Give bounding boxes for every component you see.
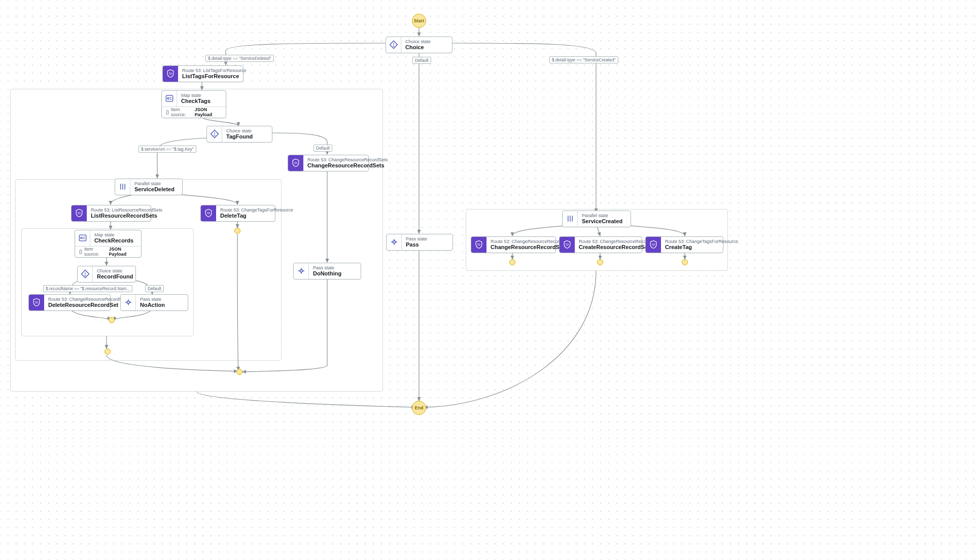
recordfound-cat: Choice state — [97, 268, 133, 273]
route53-icon: 53 — [72, 205, 87, 221]
listtags-name: ListTagsForResource — [182, 73, 247, 80]
listtags-cat: Route 53: ListTagsForResource — [182, 68, 247, 73]
label-servicecreated: $.detail-type == "ServiceCreated" — [549, 56, 618, 63]
deletetag-node[interactable]: 53 Route 53: ChangeTagsForResourceDelete… — [200, 205, 275, 222]
svg-text:53: 53 — [35, 301, 38, 304]
createtag-node[interactable]: 53 Route 53: ChangeTagsForResourceCreate… — [645, 236, 723, 253]
route53-icon: 53 — [288, 155, 303, 171]
checkrecords-cat: Map state — [94, 232, 133, 237]
terminal-checkrecords — [109, 317, 115, 323]
changerrs-node[interactable]: 53 Route 53: ChangeResourceRecordSetsCha… — [288, 155, 369, 171]
deletetag-name: DeleteTag — [220, 213, 293, 219]
checktags-node[interactable]: Map stateCheckTags {}Item source: JSON P… — [161, 90, 226, 118]
servicedeleted-node[interactable]: Parallel stateServiceDeleted — [115, 179, 183, 195]
tagfound-name: TagFound — [226, 133, 253, 140]
tagfound-node[interactable]: Choice stateTagFound — [206, 126, 272, 143]
createrrs-node[interactable]: 53 Route 53: ChangeResourceRecordSetsCre… — [559, 236, 642, 253]
label-default-tagfound: Default — [313, 145, 332, 152]
deleterrs-cat: Route 53: ChangeResourceRecordSets — [48, 297, 129, 302]
choice-icon — [207, 126, 222, 142]
servicedeleted-cat: Parallel state — [134, 181, 175, 186]
createtag-cat: Route 53: ChangeTagsForResource — [665, 239, 738, 244]
route53-icon: 53 — [163, 66, 178, 82]
terminal-changerrsa — [509, 259, 515, 265]
svg-text:53: 53 — [566, 243, 569, 246]
pass-cat: Pass state — [406, 236, 427, 241]
svg-text:53: 53 — [294, 161, 297, 164]
recordfound-name: RecordFound — [97, 273, 133, 280]
choice-icon — [78, 266, 93, 282]
pass-icon — [387, 234, 402, 250]
label-default-choice: Default — [412, 57, 431, 64]
parallel-icon — [115, 179, 130, 195]
donothing-node[interactable]: Pass stateDoNothing — [293, 263, 361, 279]
terminal-createtag — [682, 259, 688, 265]
donothing-name: DoNothing — [313, 270, 341, 277]
svg-text:53: 53 — [78, 212, 81, 215]
svg-point-7 — [80, 237, 82, 239]
recordfound-node[interactable]: Choice stateRecordFound — [77, 266, 136, 283]
route53-icon: 53 — [646, 237, 661, 253]
map-icon — [75, 230, 90, 246]
terminal-createrrs — [597, 259, 603, 265]
checktags-cat: Map state — [181, 93, 211, 98]
braces-icon: {} — [79, 249, 82, 254]
choice-cat: Choice state — [405, 39, 431, 44]
svg-text:53: 53 — [652, 243, 655, 246]
svg-point-11 — [393, 241, 395, 243]
svg-point-2 — [167, 98, 168, 99]
noaction-node[interactable]: Pass stateNoAction — [120, 294, 188, 311]
pass-icon — [294, 263, 309, 279]
pass-icon — [121, 295, 136, 310]
jsonpayload-label: JSON Payload — [109, 247, 137, 257]
svg-point-10 — [300, 270, 302, 272]
svg-point-9 — [127, 301, 129, 304]
donothing-cat: Pass state — [313, 265, 341, 270]
map-icon — [162, 91, 177, 107]
svg-text:53: 53 — [477, 243, 480, 246]
listtags-node[interactable]: 53 Route 53: ListTagsForResourceListTags… — [162, 65, 243, 82]
choice-name: Choice — [405, 44, 431, 51]
noaction-name: NoAction — [140, 302, 165, 308]
pass-name: Pass — [406, 241, 427, 248]
listrrs-node[interactable]: 53 Route 53: ListResourceRecordSetsListR… — [71, 205, 151, 222]
start-node[interactable]: Start — [412, 14, 426, 28]
checkrecords-name: CheckRecords — [94, 237, 133, 244]
jsonpayload-label: JSON Payload — [195, 107, 222, 117]
label-servicearn: $.serviceArn == "$.tag.Key" — [138, 146, 196, 153]
createtag-name: CreateTag — [665, 244, 738, 251]
terminal-deletetag — [234, 228, 240, 234]
end-label: End — [415, 405, 424, 410]
servicecreated-node[interactable]: Parallel stateServiceCreated — [562, 211, 631, 227]
braces-icon: {} — [166, 110, 169, 115]
route53-icon: 53 — [29, 295, 44, 310]
route53-icon: 53 — [560, 237, 575, 253]
servicecreated-name: ServiceCreated — [582, 218, 622, 225]
deletetag-cat: Route 53: ChangeTagsForResource — [220, 207, 293, 213]
itemsource-label: Item source: — [171, 107, 193, 117]
end-node[interactable]: End — [412, 401, 426, 415]
tagfound-cat: Choice state — [226, 128, 253, 133]
route53-icon: 53 — [201, 205, 216, 221]
changerrs-name: ChangeResourceRecordSets — [307, 162, 388, 169]
deleterrs-name: DeleteResourceRecordSet — [48, 302, 129, 308]
servicecreated-cat: Parallel state — [582, 213, 622, 218]
deleterrs-node[interactable]: 53 Route 53: ChangeResourceRecordSetsDel… — [28, 294, 111, 311]
changerrs-cat: Route 53: ChangeResourceRecordSets — [307, 157, 388, 162]
listrrs-cat: Route 53: ListResourceRecordSets — [91, 207, 162, 213]
svg-text:53: 53 — [207, 212, 210, 215]
choice-icon — [386, 37, 401, 53]
choice-node[interactable]: Choice stateChoice — [386, 37, 452, 53]
changerrsa-node[interactable]: 53 Route 53: ChangeResourceRecordSetsCha… — [471, 236, 556, 253]
itemsource-label: Item source: — [84, 247, 107, 257]
start-label: Start — [414, 18, 425, 23]
pass-node[interactable]: Pass statePass — [386, 234, 453, 251]
listrrs-name: ListResourceRecordSets — [91, 213, 162, 219]
checkrecords-node[interactable]: Map stateCheckRecords {}Item source: JSO… — [75, 230, 142, 258]
noaction-cat: Pass state — [140, 297, 165, 302]
label-servicedeleted: $.detail-type == "ServiceDeleted" — [205, 55, 274, 62]
servicedeleted-name: ServiceDeleted — [134, 186, 175, 193]
label-recordname: $.recordName == "$.resourceRecord.Nam... — [43, 285, 132, 292]
parallel-icon — [563, 211, 578, 227]
terminal-checktags — [236, 369, 242, 375]
